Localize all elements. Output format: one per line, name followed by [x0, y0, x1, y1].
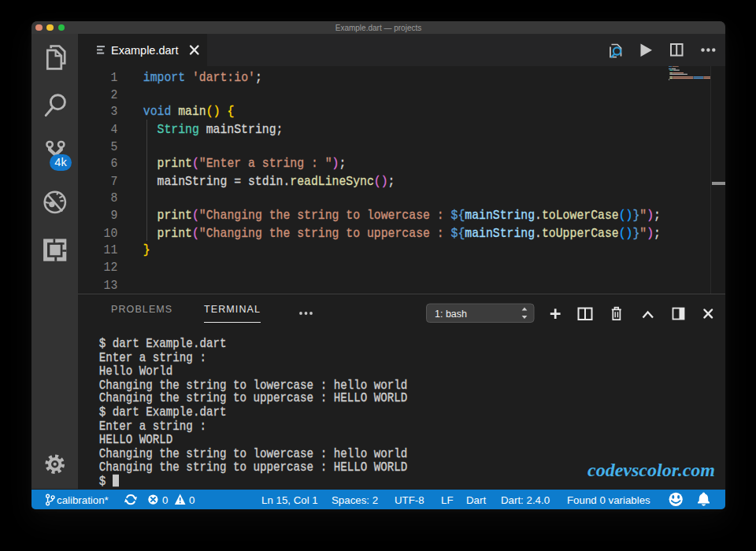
svg-text:1: bash: 1: bash — [435, 309, 467, 320]
